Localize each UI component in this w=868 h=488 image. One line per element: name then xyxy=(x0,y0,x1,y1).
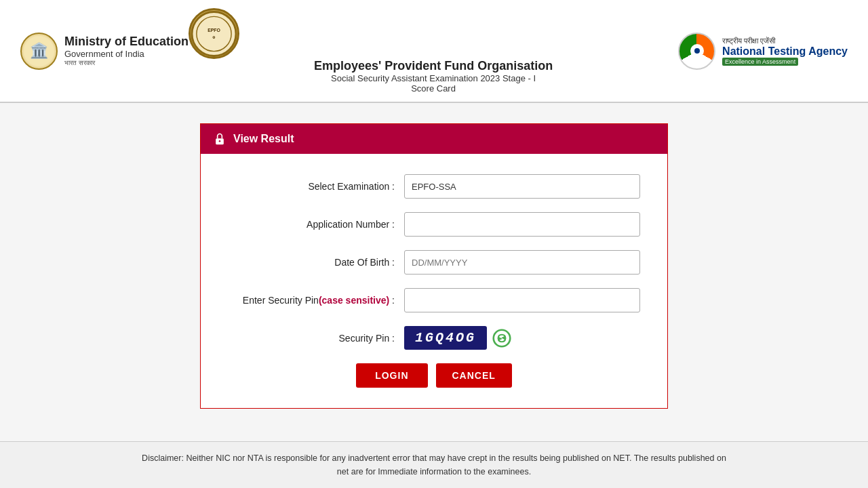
lock-icon xyxy=(213,132,226,146)
page-header: 🏛️ Ministry of Education Government of I… xyxy=(0,0,868,102)
org-title: Employees' Provident Fund Organisation xyxy=(189,59,678,73)
form-card: View Result Select Examination : Applica… xyxy=(200,123,668,409)
ministry-subtitle: Government of India xyxy=(64,49,189,59)
nta-hindi-text: राष्ट्रीय परीक्षा एजेंसी xyxy=(722,37,775,45)
dob-label: Date Of Birth : xyxy=(228,257,404,268)
application-number-input[interactable] xyxy=(404,212,640,237)
security-pin-input-label: Enter Security Pin(case sensitive) : xyxy=(228,295,404,306)
svg-point-0 xyxy=(192,12,236,56)
svg-point-5 xyxy=(219,140,221,142)
nta-section: राष्ट्रीय परीक्षा एजेंसी National Testin… xyxy=(678,33,848,70)
svg-text:EPFO: EPFO xyxy=(208,28,220,33)
application-number-row: Application Number : xyxy=(228,212,640,237)
dob-row: Date Of Birth : xyxy=(228,250,640,274)
nta-tagline: Excellence in Assessment xyxy=(722,58,798,66)
ministry-logo-section: 🏛️ Ministry of Education Government of I… xyxy=(20,33,189,70)
security-pin-display-row: Security Pin : 1GQ4OG xyxy=(228,326,640,350)
epfo-logo: EPFO ⚙ xyxy=(189,8,239,59)
nta-text: राष्ट्रीय परीक्षा एजेंसी National Testin… xyxy=(722,37,848,66)
epfo-section: EPFO ⚙ Employees' Provident Fund Organis… xyxy=(189,8,678,94)
ministry-text: Ministry of Education Government of Indi… xyxy=(64,35,189,67)
disclaimer-line1: Disclaimer: Neither NIC nor NTA is respo… xyxy=(20,451,848,465)
svg-marker-8 xyxy=(498,336,502,340)
cancel-button[interactable]: CANCEL xyxy=(436,363,512,388)
ministry-hindi: भारत सरकार xyxy=(64,59,189,67)
emblem-logo: 🏛️ xyxy=(20,33,58,70)
nta-title: National Testing Agency xyxy=(722,45,848,58)
ministry-title: Ministry of Education xyxy=(64,35,189,49)
examination-input[interactable] xyxy=(404,174,640,199)
main-content: View Result Select Examination : Applica… xyxy=(0,103,868,441)
svg-point-6 xyxy=(494,329,511,346)
exam-subtitle: Social Security Assistant Examination 20… xyxy=(189,73,678,83)
disclaimer-line2: net are for Immediate information to the… xyxy=(20,465,848,479)
form-body: Select Examination : Application Number … xyxy=(201,154,667,408)
score-card-label: Score Card xyxy=(189,83,678,94)
captcha-display: 1GQ4OG xyxy=(404,326,511,350)
disclaimer-section: Disclaimer: Neither NIC nor NTA is respo… xyxy=(0,441,868,488)
security-pin-input-row: Enter Security Pin(case sensitive) : xyxy=(228,288,640,312)
login-button[interactable]: LOGIN xyxy=(356,363,427,388)
dob-input[interactable] xyxy=(404,250,640,274)
captcha-value: 1GQ4OG xyxy=(404,326,487,350)
nta-logo xyxy=(678,33,715,70)
refresh-captcha-icon[interactable] xyxy=(492,329,511,348)
examination-row: Select Examination : xyxy=(228,174,640,199)
security-pin-input[interactable] xyxy=(404,288,640,312)
form-card-header: View Result xyxy=(201,124,667,154)
security-pin-display-label: Security Pin : xyxy=(228,333,404,344)
application-label: Application Number : xyxy=(228,219,404,230)
form-card-title: View Result xyxy=(233,133,294,145)
examination-label: Select Examination : xyxy=(228,181,404,192)
form-buttons: LOGIN CANCEL xyxy=(228,363,640,388)
